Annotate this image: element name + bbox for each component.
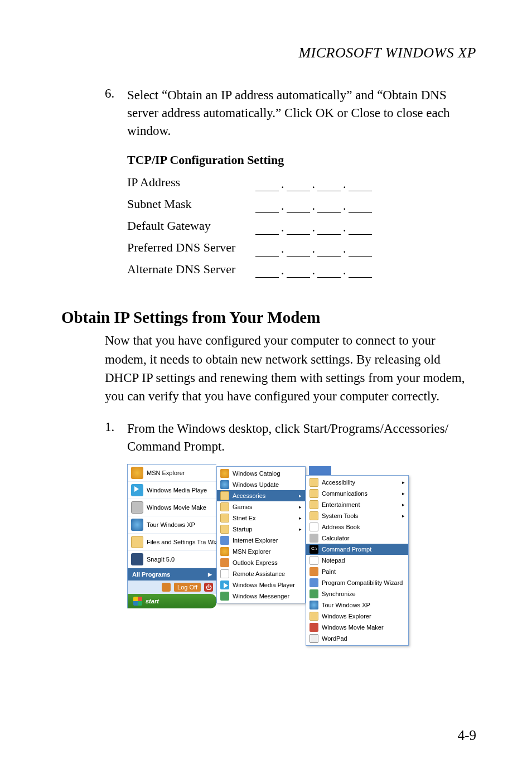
msn-icon — [220, 469, 229, 478]
programs-menu-label: Windows Messenger — [233, 593, 289, 599]
chevron-right-icon: ▶ — [208, 572, 212, 577]
tcpip-heading: TCP/IP Configuration Setting — [127, 152, 476, 169]
red-icon — [309, 623, 318, 632]
blank-field[interactable] — [349, 243, 372, 256]
blank-field[interactable] — [255, 200, 279, 213]
dot-separator: . — [281, 264, 284, 278]
accessories-menu-label: Communications — [322, 490, 367, 497]
logoff-bar: Log Off ⏻ — [128, 580, 216, 594]
white-icon — [220, 569, 229, 578]
blank-field[interactable] — [287, 200, 310, 213]
dot-separator: . — [343, 200, 346, 213]
start-menu-pinned-item[interactable]: Windows Movie Make — [128, 499, 216, 516]
blank-field[interactable] — [255, 243, 279, 256]
app-icon — [131, 553, 143, 565]
programs-menu-item[interactable]: Windows Messenger — [217, 591, 305, 602]
programs-menu-item[interactable]: Windows Catalog — [217, 468, 305, 479]
accessories-submenu: AccessibilityCommunicationsEntertainment… — [306, 475, 409, 646]
blank-field[interactable] — [255, 221, 279, 235]
accessories-menu-item[interactable]: WordPad — [306, 633, 408, 644]
accessories-menu-label: Calculator — [322, 535, 350, 541]
programs-menu-item[interactable]: Internet Explorer — [217, 535, 305, 546]
programs-menu-item[interactable]: Outlook Express — [217, 557, 305, 568]
accessories-menu-item[interactable]: Program Compatibility Wizard — [306, 577, 408, 588]
tcpip-row-blanks: ... — [255, 243, 372, 256]
blank-field[interactable] — [317, 264, 341, 278]
blank-field[interactable] — [287, 221, 310, 235]
programs-menu-item[interactable]: MSN Explorer — [217, 546, 305, 557]
tcpip-row-blanks: ... — [255, 221, 372, 235]
folder-icon — [220, 491, 229, 500]
accessories-menu-label: Synchronize — [322, 591, 356, 597]
start-menu-pinned-item[interactable]: SnagIt 5.0 — [128, 551, 216, 568]
blank-field[interactable] — [317, 200, 341, 213]
app-icon — [131, 501, 143, 514]
accessories-menu-item[interactable]: C:\Command Prompt — [306, 544, 408, 555]
green-icon — [220, 592, 229, 601]
submenu-tab — [309, 466, 331, 475]
log-off-button[interactable]: Log Off — [174, 583, 201, 592]
blank-field[interactable] — [317, 243, 341, 256]
programs-menu-item[interactable]: Remote Assistance — [217, 568, 305, 579]
programs-menu-item[interactable]: Accessories — [217, 490, 305, 501]
key-icon — [162, 583, 171, 592]
blank-field[interactable] — [349, 178, 372, 191]
blank-field[interactable] — [349, 264, 372, 278]
start-menu-pinned-label: Windows Media Playe — [147, 487, 207, 494]
blank-field[interactable] — [317, 178, 341, 191]
tcpip-row-blanks: ... — [255, 178, 372, 191]
accessories-menu-item[interactable]: Paint — [306, 566, 408, 577]
section-heading: Obtain IP Settings from Your Modem — [61, 308, 476, 327]
tcpip-row: Default Gateway... — [127, 217, 476, 235]
start-menu-pinned-item[interactable]: Windows Media Playe — [128, 482, 216, 499]
blank-field[interactable] — [255, 178, 279, 191]
accessories-menu-item[interactable]: System Tools — [306, 510, 408, 521]
accessories-menu-item[interactable]: Windows Movie Maker — [306, 622, 408, 633]
app-icon — [131, 467, 143, 479]
blank-field[interactable] — [287, 264, 310, 278]
accessories-menu-label: Windows Movie Maker — [322, 624, 384, 631]
start-menu-pinned-item[interactable]: MSN Explorer — [128, 465, 216, 482]
accessories-menu-item[interactable]: Address Book — [306, 521, 408, 533]
blank-field[interactable] — [287, 178, 310, 191]
blue-icon — [309, 578, 318, 587]
blank-field[interactable] — [287, 243, 310, 256]
accessories-menu-item[interactable]: Accessibility — [306, 477, 408, 488]
blank-field[interactable] — [349, 200, 372, 213]
accessories-menu-item[interactable]: Calculator — [306, 533, 408, 544]
start-button[interactable]: start — [128, 594, 216, 608]
start-menu-pinned-label: Windows Movie Make — [147, 504, 206, 511]
blank-field[interactable] — [349, 221, 372, 235]
programs-menu-item[interactable]: Windows Update — [217, 479, 305, 490]
start-menu-pinned-item[interactable]: Files and Settings Tra Wizard — [128, 534, 216, 551]
dot-separator: . — [281, 200, 284, 213]
folder-icon — [309, 478, 318, 487]
accessories-menu-item[interactable]: Notepad — [306, 555, 408, 566]
blank-field[interactable] — [317, 221, 341, 235]
start-menu-pinned-label: Tour Windows XP — [147, 521, 195, 528]
all-programs-label: All Programs — [132, 571, 170, 578]
folder-icon — [309, 612, 318, 621]
section-paragraph: Now that you have configured your comput… — [105, 331, 476, 405]
tcpip-row-label: Alternate DNS Server — [127, 261, 255, 278]
programs-menu-label: Remote Assistance — [233, 570, 285, 577]
step-6-text: Select “Obtain an IP address automatical… — [127, 86, 476, 141]
programs-menu-item[interactable]: Windows Media Player — [217, 579, 305, 591]
accessories-menu-label: Address Book — [322, 524, 360, 530]
accessories-menu-item[interactable]: Communications — [306, 488, 408, 499]
tcpip-row: IP Address... — [127, 174, 476, 191]
accessories-menu-item[interactable]: Entertainment — [306, 499, 408, 510]
power-button[interactable]: ⏻ — [204, 583, 213, 592]
all-programs-button[interactable]: All Programs ▶ — [128, 568, 216, 580]
blank-field[interactable] — [255, 264, 279, 278]
folder-icon — [309, 500, 318, 509]
programs-menu-item[interactable]: Games — [217, 501, 305, 512]
programs-menu-label: Games — [233, 504, 252, 510]
page-header: MICROSOFT WINDOWS XP — [61, 45, 476, 61]
accessories-menu-item[interactable]: Tour Windows XP — [306, 599, 408, 611]
accessories-menu-item[interactable]: Synchronize — [306, 588, 408, 599]
start-menu-pinned-item[interactable]: Tour Windows XP — [128, 516, 216, 534]
programs-menu-item[interactable]: Stnet Ex — [217, 512, 305, 524]
accessories-menu-item[interactable]: Windows Explorer — [306, 611, 408, 622]
programs-menu-item[interactable]: Startup — [217, 524, 305, 535]
